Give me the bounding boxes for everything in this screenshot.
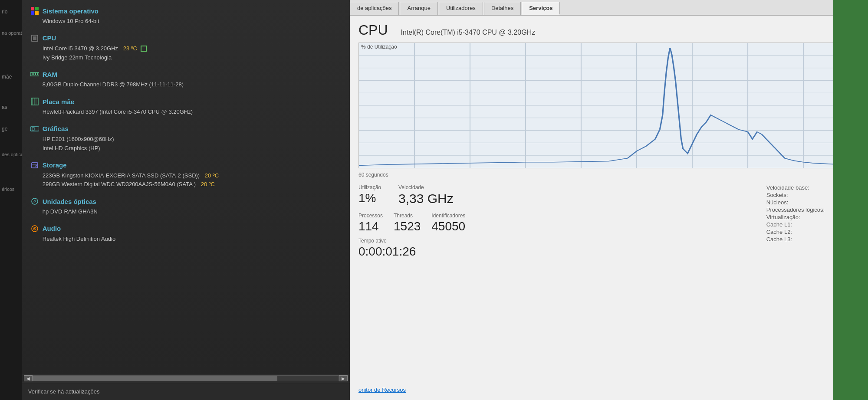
stat-utilizacao: Utilização 1% xyxy=(358,184,381,206)
section-storage-detail-2: 298GB Western Digital WDC WD3200AAJS-56M… xyxy=(43,180,341,189)
stats-row-2: Processos 114 Threads 1523 Identificador… xyxy=(358,213,758,233)
cpu-usage-graph: % de Utilização 100% xyxy=(358,43,859,168)
right-task-manager-panel: de aplicações Arranque Utilizadores Deta… xyxy=(350,0,868,400)
cache-l3-label: Cache L3: xyxy=(766,236,825,243)
graph-svg xyxy=(359,43,859,168)
processos-label: Processos xyxy=(358,213,383,219)
svg-rect-7 xyxy=(32,73,33,75)
edge-label-5: ge xyxy=(1,121,8,136)
svg-point-20 xyxy=(32,198,38,204)
section-storage-detail-1: 223GB Kingston KIOXIA-EXCERIA SATA SSD (… xyxy=(43,171,341,180)
section-ram-title: RAM xyxy=(43,71,57,78)
bottom-bar: Verificar se há actualizações xyxy=(22,383,350,400)
section-cpu: CPU Intel Core i5 3470 @ 3.20GHz 23 ºC I… xyxy=(30,34,341,62)
cpu-header: CPU Intel(R) Core(TM) i5-3470 CPU @ 3.20… xyxy=(358,22,859,38)
stat-velocidade: Velocidade 3,33 GHz xyxy=(398,184,454,206)
svg-point-19 xyxy=(36,165,37,167)
cache-l1-label: Cache L1: xyxy=(766,221,825,228)
section-motherboard: Placa mãe Hewlett-Packard 3397 (Intel Co… xyxy=(30,97,341,117)
graph-utilization-label: % de Utilização xyxy=(361,44,397,50)
section-audio-title: Audio xyxy=(43,225,61,232)
section-optical: Unidades ópticas hp DVD-RAM GHA3N xyxy=(30,197,341,216)
svg-rect-15 xyxy=(30,127,39,131)
section-gpu-title: Gráficas xyxy=(43,125,69,132)
section-storage-header: Storage xyxy=(30,161,341,170)
tab-applications[interactable]: de aplicações xyxy=(350,2,399,15)
section-gpu: Gráficas HP E201 (1600x900@60Hz) Intel H… xyxy=(30,125,341,153)
tab-services[interactable]: Serviços xyxy=(522,2,560,15)
edge-label-4: as xyxy=(1,100,8,115)
section-mb-header: Placa mãe xyxy=(30,97,341,106)
tab-startup[interactable]: Arranque xyxy=(400,2,437,15)
section-audio-header: Audio xyxy=(30,224,341,233)
mb-icon xyxy=(30,97,39,106)
windows-icon xyxy=(30,7,39,15)
section-optical-header: Unidades ópticas xyxy=(30,197,341,206)
svg-point-24 xyxy=(34,228,35,229)
section-gpu-detail-2: Intel HD Graphics (HP) xyxy=(43,144,341,153)
edge-label-7: éricos xyxy=(1,182,15,196)
stat-identificadores: Identificadores 45050 xyxy=(431,213,465,233)
svg-rect-9 xyxy=(35,73,36,75)
section-mb-title: Placa mãe xyxy=(43,98,74,105)
cpu-temp-icon xyxy=(141,46,147,52)
section-audio: Audio Realtek High Definition Audio xyxy=(30,224,341,244)
velocidade-value: 3,33 GHz xyxy=(398,191,454,206)
section-audio-detail: Realtek High Definition Audio xyxy=(43,235,341,244)
section-cpu-detail-1: Intel Core i5 3470 @ 3.20GHz 23 ºC xyxy=(43,44,341,53)
audio-icon xyxy=(30,224,39,233)
edge-label-3: mãe xyxy=(1,69,13,84)
section-cpu-header: CPU xyxy=(30,34,341,43)
section-optical-title: Unidades ópticas xyxy=(43,198,96,205)
section-storage: Storage 223GB Kingston KIOXIA-EXCERIA SA… xyxy=(30,161,341,190)
tab-users[interactable]: Utilizadores xyxy=(439,2,483,15)
section-optical-detail: hp DVD-RAM GHA3N xyxy=(43,207,341,216)
processos-value: 114 xyxy=(358,220,383,233)
cpu-temp: 23 ºC xyxy=(123,45,137,52)
stat-tempo-ativo: Tempo ativo 0:00:01:26 xyxy=(358,238,758,259)
gpu-icon xyxy=(30,125,39,133)
section-mb-detail: Hewlett-Packard 3397 (Intel Core i5-3470… xyxy=(43,108,341,117)
cpu-content-area: CPU Intel(R) Core(TM) i5-3470 CPU @ 3.20… xyxy=(350,16,868,400)
velocidade-base-label: Velocidade base: xyxy=(766,184,825,191)
section-os-header: Sistema operativo xyxy=(30,7,341,15)
velocidade-label: Velocidade xyxy=(398,184,454,190)
identificadores-value: 45050 xyxy=(431,220,465,233)
svg-rect-3 xyxy=(35,11,39,15)
left-stats: Utilização 1% Velocidade 3,33 GHz Proces… xyxy=(358,184,758,259)
stat-processos: Processos 114 xyxy=(358,213,383,233)
scroll-left-button[interactable]: ◀ xyxy=(24,375,33,381)
utilizacao-value: 1% xyxy=(358,191,381,205)
scroll-right-button[interactable]: ▶ xyxy=(339,375,348,381)
svg-rect-2 xyxy=(31,11,34,15)
nucleos-label: Núcleos: xyxy=(766,199,825,206)
far-left-panel: rio na operativo mãe as ge des ópticas é… xyxy=(0,0,22,400)
svg-rect-8 xyxy=(33,73,34,75)
cpu-icon xyxy=(30,34,39,43)
stat-threads: Threads 1523 xyxy=(394,213,421,233)
left-system-info-panel: Sistema operativo Windows 10 Pro 64-bit … xyxy=(22,0,350,400)
tab-details[interactable]: Detalhes xyxy=(484,2,521,15)
svg-rect-0 xyxy=(31,7,34,10)
identificadores-label: Identificadores xyxy=(431,213,465,219)
scrollbar-track[interactable] xyxy=(33,375,339,381)
ram-icon xyxy=(30,70,39,79)
monitor-recursos-link[interactable]: onitor de Recursos xyxy=(358,387,406,393)
virtualizacao-label: Virtualização: xyxy=(766,214,825,220)
section-ram: RAM 8,00GB Duplo-Channel DDR3 @ 798MHz (… xyxy=(30,70,341,89)
check-updates-text: Verificar se há actualizações xyxy=(28,388,100,395)
tempo-ativo-value: 0:00:01:26 xyxy=(358,245,758,259)
section-ram-header: RAM xyxy=(30,70,341,79)
scrollbar-thumb[interactable] xyxy=(33,376,277,381)
sockets-label: Sockets: xyxy=(766,192,825,198)
monitor-link-container: onitor de Recursos xyxy=(358,377,859,393)
storage-temp-2: 20 ºC xyxy=(201,181,215,187)
tempo-ativo-label: Tempo ativo xyxy=(358,238,758,244)
section-os: Sistema operativo Windows 10 Pro 64-bit xyxy=(30,7,341,26)
section-gpu-detail-1: HP E201 (1600x900@60Hz) xyxy=(43,135,341,144)
graph-time-start: 60 segundos xyxy=(358,172,388,178)
scrollbar-container[interactable]: ◀ ▶ xyxy=(22,374,350,383)
storage-icon xyxy=(30,161,39,170)
threads-value: 1523 xyxy=(394,220,421,233)
section-gpu-header: Gráficas xyxy=(30,125,341,133)
